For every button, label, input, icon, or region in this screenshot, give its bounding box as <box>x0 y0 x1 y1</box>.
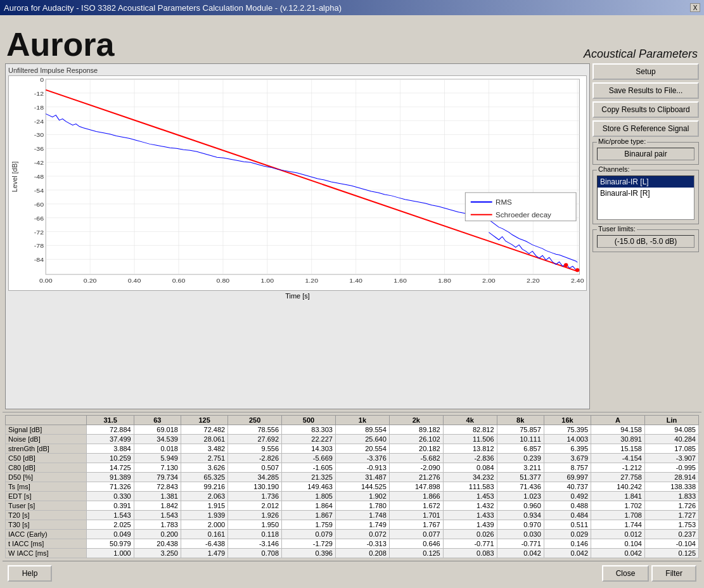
row-label-12: t IACC [ms] <box>6 539 87 549</box>
cell-1-5: 25.640 <box>335 435 389 444</box>
channel-item-0[interactable]: Binaural-IR [L] <box>598 176 694 188</box>
cell-12-10: 0.104 <box>591 539 645 549</box>
cell-9-6: 1.701 <box>389 511 443 520</box>
cell-5-2: 65.325 <box>181 473 227 482</box>
titlebar: Aurora for Audacity - ISO 3382 Acoustica… <box>0 0 704 15</box>
cell-1-7: 11.506 <box>443 435 497 444</box>
cell-9-9: 0.484 <box>544 511 591 520</box>
table-row: IACC (Early)0.0490.2000.1610.1180.0790.0… <box>6 530 699 539</box>
cell-0-5: 89.554 <box>335 425 389 435</box>
close-button[interactable]: Close <box>602 565 650 582</box>
mic-probe-group: Mic/probe type: Binaural pair <box>592 142 699 165</box>
cell-13-7: 0.083 <box>443 549 497 558</box>
cell-10-10: 1.744 <box>591 520 645 530</box>
cell-6-0: 71.326 <box>87 482 134 492</box>
row-label-0: Signal [dB] <box>6 425 87 435</box>
cell-3-0: 10.259 <box>87 454 134 463</box>
svg-text:Level [dB]: Level [dB] <box>10 162 18 193</box>
cell-6-10: 140.242 <box>591 482 645 492</box>
cell-7-7: 1.453 <box>443 492 497 501</box>
window-close-button[interactable]: X <box>690 3 700 12</box>
svg-text:2.20: 2.20 <box>527 277 540 284</box>
row-label-10: T30 [s] <box>6 520 87 530</box>
cell-6-7: 111.583 <box>443 482 497 492</box>
cell-2-3: 9.556 <box>228 444 282 454</box>
cell-10-9: 0.511 <box>544 520 591 530</box>
save-results-button[interactable]: Save Results to File... <box>592 82 699 99</box>
cell-10-0: 2.025 <box>87 520 134 530</box>
cell-4-8: 3.211 <box>497 463 544 473</box>
cell-8-8: 0.960 <box>497 501 544 511</box>
svg-text:RMS: RMS <box>496 198 512 206</box>
cell-7-0: 0.330 <box>87 492 134 501</box>
cell-1-2: 28.061 <box>181 435 227 444</box>
cell-3-2: 2.751 <box>181 454 227 463</box>
module-title: Acoustical Parameters <box>584 48 698 61</box>
table-row: Noise [dB]37.49934.53928.06127.69222.227… <box>6 435 699 444</box>
table-col-header-125: 125 <box>181 416 227 425</box>
cell-8-11: 1.726 <box>644 501 698 511</box>
cell-9-4: 1.867 <box>282 511 336 520</box>
header: Aurora Acoustical Parameters <box>3 18 701 63</box>
cell-0-1: 69.018 <box>134 425 181 435</box>
cell-3-1: 5.949 <box>134 454 181 463</box>
cell-7-9: 0.492 <box>544 492 591 501</box>
cell-3-11: -3.907 <box>644 454 698 463</box>
svg-text:1.00: 1.00 <box>261 277 274 284</box>
tuser-label: Tuser limits: <box>597 225 637 233</box>
cell-13-0: 1.000 <box>87 549 134 558</box>
cell-7-3: 1.736 <box>228 492 282 501</box>
cell-12-6: 0.646 <box>389 539 443 549</box>
cell-9-7: 1.433 <box>443 511 497 520</box>
channels-listbox[interactable]: Binaural-IR [L] Binaural-IR [R] <box>597 176 694 220</box>
table-col-header-label <box>6 416 87 425</box>
channel-item-1[interactable]: Binaural-IR [R] <box>598 188 694 199</box>
cell-9-0: 1.543 <box>87 511 134 520</box>
row-label-2: strenGth [dB] <box>6 444 87 454</box>
cell-7-11: 1.833 <box>644 492 698 501</box>
bottom-bar: Help Close Filter <box>3 561 701 585</box>
svg-text:1.40: 1.40 <box>349 277 362 284</box>
store-reference-button[interactable]: Store G Reference Signal <box>592 120 699 137</box>
cell-11-3: 0.118 <box>228 530 282 539</box>
cell-2-6: 20.182 <box>389 444 443 454</box>
svg-text:Schroeder decay: Schroeder decay <box>496 211 551 219</box>
cell-6-4: 149.463 <box>282 482 336 492</box>
cell-10-11: 1.753 <box>644 520 698 530</box>
cell-11-6: 0.077 <box>389 530 443 539</box>
table-col-header-31.5: 31.5 <box>87 416 134 425</box>
cell-0-6: 89.182 <box>389 425 443 435</box>
table-row: strenGth [dB]3.8840.0183.4829.55614.3032… <box>6 444 699 454</box>
svg-text:0: 0 <box>40 76 44 83</box>
cell-4-1: 7.130 <box>134 463 181 473</box>
svg-text:0.40: 0.40 <box>128 277 141 284</box>
cell-4-5: -0.913 <box>335 463 389 473</box>
cell-5-1: 79.734 <box>134 473 181 482</box>
filter-button[interactable]: Filter <box>651 565 696 582</box>
cell-10-3: 1.950 <box>228 520 282 530</box>
cell-12-4: -1.729 <box>282 539 336 549</box>
table-col-header-500: 500 <box>282 416 336 425</box>
cell-11-1: 0.200 <box>134 530 181 539</box>
svg-text:-36: -36 <box>34 146 44 153</box>
cell-5-5: 31.487 <box>335 473 389 482</box>
table-col-header-A: A <box>591 416 645 425</box>
cell-13-1: 3.250 <box>134 549 181 558</box>
cell-2-7: 13.812 <box>443 444 497 454</box>
table-header: 31.5631252505001k2k4k8k16kALin <box>6 416 699 425</box>
cell-5-7: 34.232 <box>443 473 497 482</box>
cell-6-3: 130.190 <box>228 482 282 492</box>
copy-results-button[interactable]: Copy Results to Clipboard <box>592 101 699 118</box>
cell-6-1: 72.843 <box>134 482 181 492</box>
cell-3-3: -2.826 <box>228 454 282 463</box>
row-label-6: Ts [ms] <box>6 482 87 492</box>
row-label-3: C50 [dB] <box>6 454 87 463</box>
help-button[interactable]: Help <box>8 565 52 582</box>
cell-8-3: 2.012 <box>228 501 282 511</box>
cell-10-4: 1.759 <box>282 520 336 530</box>
table-col-header-4k: 4k <box>443 416 497 425</box>
svg-text:-24: -24 <box>34 118 44 125</box>
cell-1-4: 22.227 <box>282 435 336 444</box>
cell-4-9: 8.757 <box>544 463 591 473</box>
setup-button[interactable]: Setup <box>592 63 699 80</box>
